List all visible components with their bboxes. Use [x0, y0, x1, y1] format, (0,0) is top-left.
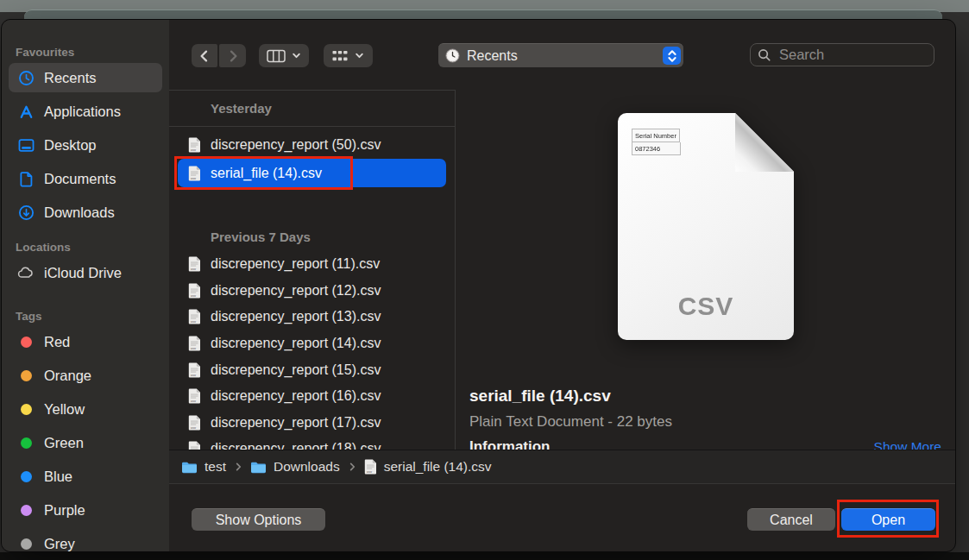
- search-field[interactable]: [750, 43, 934, 66]
- appstore-icon: [16, 103, 36, 120]
- file-name: discrepency_report (12).csv: [211, 283, 381, 299]
- search-icon: [758, 48, 771, 62]
- sidebar-item-label: Recents: [44, 70, 97, 86]
- preview-pane: Serial Number 0872346 CSV serial_file (1…: [456, 90, 955, 450]
- sidebar-item-downloads[interactable]: Downloads: [9, 198, 162, 227]
- tag-label: Grey: [44, 536, 75, 552]
- file-name: discrepency_report (13).csv: [211, 309, 381, 324]
- chevron-down-icon: [354, 50, 365, 61]
- list-item-discrepency-report-16[interactable]: discrepency_report (16).csv: [169, 383, 455, 410]
- show-options-button[interactable]: Show Options: [192, 508, 325, 531]
- sidebar-tag-green[interactable]: Green: [9, 428, 162, 457]
- clock-icon: [16, 69, 36, 86]
- list-section-header: Previous 7 Days: [169, 222, 455, 251]
- file-name: discrepency_report (18).csv: [211, 441, 381, 450]
- favourites-section-title: Favourites: [2, 46, 169, 63]
- list-item-discrepency-report-17[interactable]: discrepency_report (17).csv: [169, 410, 455, 437]
- search-input[interactable]: [777, 46, 934, 64]
- page-fold-icon: [735, 113, 794, 172]
- dropdown-stepper-icon[interactable]: [663, 47, 681, 65]
- tag-color-dot: [21, 437, 32, 449]
- file-name: discrepency_report (16).csv: [211, 388, 381, 404]
- list-item-discrepency-report-15[interactable]: discrepency_report (15).csv: [169, 356, 455, 383]
- path-bar: test Downloads serial_file (14).csv: [169, 450, 955, 484]
- sidebar-item-label: Desktop: [44, 137, 97, 154]
- sidebar-tag-purple[interactable]: Purple: [9, 495, 162, 525]
- sidebar-tag-blue[interactable]: Blue: [9, 462, 162, 491]
- file-name: discrepency_report (17).csv: [211, 415, 381, 431]
- file-icon: [364, 459, 377, 475]
- csv-file-preview: Serial Number 0872346 CSV: [618, 113, 794, 340]
- tag-label: Green: [44, 435, 84, 451]
- breadcrumb-test[interactable]: test: [181, 459, 226, 475]
- group-view-button[interactable]: [324, 44, 373, 67]
- tag-label: Orange: [44, 368, 91, 384]
- chevron-left-icon: [197, 48, 212, 64]
- sidebar-tag-yellow[interactable]: Yellow: [9, 394, 162, 424]
- sidebar-tag-red[interactable]: Red: [9, 327, 162, 356]
- chevron-right-icon: [347, 462, 357, 472]
- sidebar-tag-grey[interactable]: Grey: [9, 529, 162, 552]
- grid-icon: [331, 49, 349, 63]
- chevron-right-icon: [225, 48, 241, 64]
- csv-file-icon: [188, 256, 201, 272]
- serial-number-table: Serial Number 0872346: [632, 129, 680, 155]
- csv-badge: CSV: [618, 292, 794, 321]
- list-item-discrepency-report-12[interactable]: discrepency_report (12).csv: [169, 278, 455, 305]
- tag-label: Yellow: [44, 401, 85, 418]
- csv-file-icon: [188, 309, 201, 324]
- tags-section-title: Tags: [2, 310, 169, 327]
- preview-information-row: Information Show More: [469, 438, 941, 450]
- information-title: Information: [469, 438, 551, 450]
- list-item-discrepency-report-13[interactable]: discrepency_report (13).csv: [169, 304, 455, 330]
- sidebar-item-documents[interactable]: Documents: [9, 164, 162, 193]
- dialog-footer: Show Options Cancel Open: [169, 484, 955, 552]
- list-item-discrepency-report-18[interactable]: discrepency_report (18).csv: [169, 436, 455, 450]
- sidebar-item-label: Applications: [44, 104, 121, 120]
- file-name: discrepency_report (14).csv: [211, 336, 381, 351]
- sidebar-item-desktop[interactable]: Desktop: [9, 130, 162, 160]
- breadcrumb-downloads[interactable]: Downloads: [250, 459, 340, 475]
- sidebar-item-recents[interactable]: Recents: [9, 63, 162, 92]
- download-circle-icon: [16, 204, 36, 221]
- cloud-icon: [16, 264, 36, 281]
- document-icon: [16, 170, 36, 187]
- csv-file-icon: [188, 441, 201, 450]
- table-header-cell: Serial Number: [632, 129, 680, 142]
- tag-color-dot: [21, 538, 32, 550]
- tag-color-dot: [21, 471, 32, 482]
- location-dropdown-value: Recents: [467, 48, 518, 64]
- desktop-icon: [16, 136, 36, 154]
- chevron-down-icon: [291, 50, 302, 61]
- back-button[interactable]: [192, 44, 217, 67]
- list-item-discrepency-report-50[interactable]: discrepency_report (50).csv: [169, 130, 455, 159]
- csv-file-icon: [188, 336, 201, 351]
- csv-file-icon: [188, 415, 201, 431]
- sidebar-item-icloud-drive[interactable]: iCloud Drive: [9, 258, 162, 287]
- tag-color-dot: [21, 505, 32, 516]
- folder-icon: [250, 461, 267, 474]
- breadcrumb-label: serial_file (14).csv: [384, 459, 492, 475]
- sidebar-item-label: Documents: [44, 171, 116, 187]
- list-item-discrepency-report-11[interactable]: discrepency_report (11).csv: [169, 251, 455, 278]
- location-dropdown[interactable]: Recents: [438, 43, 683, 67]
- tag-color-dot: [21, 404, 32, 415]
- preview-file-meta: Plain Text Document - 22 bytes: [469, 413, 672, 431]
- cancel-button[interactable]: Cancel: [747, 508, 835, 531]
- sidebar-tag-orange[interactable]: Orange: [9, 361, 162, 390]
- forward-button[interactable]: [219, 44, 246, 67]
- folder-icon: [181, 461, 198, 474]
- background-bottom: [0, 552, 969, 560]
- sidebar: Favourites Recents Applications Desktop …: [2, 20, 169, 551]
- file-name: discrepency_report (11).csv: [211, 256, 380, 272]
- file-name: discrepency_report (50).csv: [211, 137, 381, 153]
- csv-document-thumbnail: Serial Number 0872346 CSV: [618, 113, 794, 340]
- annotation-box-selected-file: [174, 156, 353, 190]
- list-item-discrepency-report-14[interactable]: discrepency_report (14).csv: [169, 330, 455, 357]
- breadcrumb-serial-file[interactable]: serial_file (14).csv: [364, 459, 492, 475]
- tag-color-dot: [21, 370, 32, 381]
- file-name: discrepency_report (15).csv: [211, 362, 381, 378]
- column-view-button[interactable]: [259, 44, 309, 67]
- sidebar-item-applications[interactable]: Applications: [9, 97, 162, 126]
- show-more-link[interactable]: Show More: [874, 439, 941, 450]
